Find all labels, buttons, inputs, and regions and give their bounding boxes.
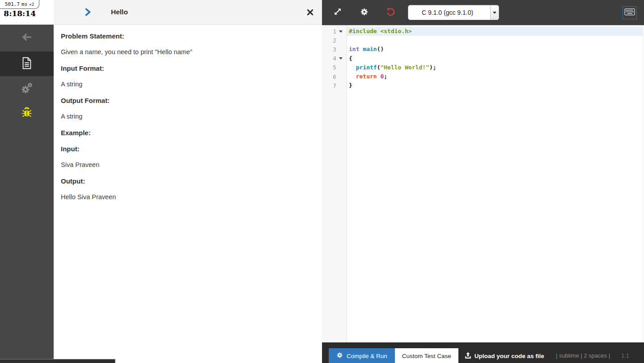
code-line[interactable]: { (347, 54, 644, 63)
problem-heading: Output Format: (61, 97, 315, 104)
sidebar-item-back[interactable] (0, 25, 54, 51)
editor-toolbar: C 9.1.0 (gcc 9.1.0) (322, 0, 644, 26)
document-icon (21, 57, 32, 71)
line-number[interactable]: 1 (322, 27, 347, 36)
select-dropdown-button (490, 5, 499, 20)
reset-code-button[interactable] (385, 7, 396, 18)
line-number[interactable]: 4 (322, 54, 347, 63)
problem-heading: Example: (61, 129, 315, 136)
fold-caret-icon[interactable] (339, 57, 343, 60)
latency-value: 501.7 (5, 1, 20, 7)
problem-heading: Output: (61, 178, 315, 184)
sidebar (0, 25, 54, 363)
code-line[interactable]: printf("Hello World!"); (347, 63, 644, 72)
problem-text: A string (61, 81, 315, 88)
problem-text: Siva Praveen (61, 162, 315, 168)
line-number-label: 2 (333, 37, 336, 44)
problem-text: Given a name, you need to print "Hello n… (61, 49, 315, 56)
expand-icon (333, 7, 343, 18)
back-arrow-icon (21, 31, 33, 45)
code-token: { (349, 55, 352, 62)
line-number[interactable]: 5 (322, 63, 347, 72)
cursor-position: 1:1 (621, 348, 629, 363)
code-token: () (377, 46, 384, 52)
history-undo-icon (386, 7, 395, 18)
code-line[interactable]: } (347, 81, 644, 90)
fold-caret-icon[interactable] (339, 30, 343, 33)
problem-body: Problem Statement:Given a name, you need… (54, 25, 322, 201)
sidebar-item-debug[interactable] (0, 101, 54, 125)
status-tooltip (0, 359, 115, 363)
compile-run-button[interactable]: Compile & Run (329, 348, 395, 363)
editor-settings-button[interactable] (358, 7, 370, 18)
virtual-keyboard-button[interactable] (624, 8, 635, 17)
compile-run-label: Compile & Run (347, 353, 387, 359)
fullscreen-button[interactable] (332, 7, 343, 18)
fold-slot (336, 30, 343, 33)
app-root: 501.7ms ×2 8:18:14 (0, 0, 644, 363)
problem-text: Hello Siva Praveen (61, 194, 315, 201)
collapse-chevron-icon[interactable] (84, 8, 91, 17)
clock: 8:18:14 (0, 9, 36, 18)
code-token: #include <stdio.h> (349, 28, 412, 34)
latency-badge: 501.7ms ×2 (0, 0, 39, 9)
problem-header: Hello (54, 0, 322, 25)
code-token: ; (384, 73, 387, 80)
sidebar-item-settings[interactable] (0, 76, 54, 101)
code-token: return (356, 73, 377, 80)
line-number[interactable]: 2 (322, 36, 347, 45)
problem-panel: Hello Problem Statement:Given a name, yo… (54, 0, 322, 363)
debug-bug-icon (21, 107, 33, 120)
upload-label: Upload your code as file (475, 353, 544, 359)
close-icon[interactable] (305, 7, 315, 17)
timer-widget: 501.7ms ×2 8:18:14 (0, 0, 54, 25)
language-select[interactable]: C 9.1.0 (gcc 9.1.0) (408, 5, 499, 20)
line-number-label: 1 (333, 28, 336, 35)
latency-multiplier: ×2 (29, 2, 34, 7)
code-token: printf (356, 64, 377, 71)
latency-unit: ms (21, 1, 27, 7)
editor-code-area[interactable]: #include <stdio.h>int main(){ printf("He… (347, 26, 644, 342)
code-token: "Hello World!" (380, 64, 429, 71)
problem-title: Hello (111, 8, 128, 16)
custom-test-case-label: Custom Test Case (402, 353, 451, 359)
code-token (349, 64, 356, 71)
problem-heading: Input Format: (61, 65, 315, 72)
line-number-label: 5 (333, 64, 336, 71)
code-line[interactable]: int main() (347, 45, 644, 54)
code-line[interactable] (347, 36, 644, 45)
custom-test-case-button[interactable]: Custom Test Case (395, 348, 458, 363)
problem-text: A string (61, 113, 315, 120)
upload-icon (465, 352, 471, 360)
line-number[interactable]: 6 (322, 72, 347, 81)
editor-mode-info: | sublime | 2 spaces | (556, 348, 610, 363)
problem-heading: Problem Statement: (61, 33, 315, 39)
fold-slot (336, 57, 343, 60)
chevron-down-icon (493, 12, 496, 14)
line-number-label: 7 (333, 82, 336, 89)
editor-footer: Compile & Run Custom Test Case Upload yo… (322, 342, 644, 363)
sidebar-item-problem[interactable] (0, 51, 54, 76)
code-token: int (349, 46, 359, 52)
problem-heading: Input: (61, 145, 315, 152)
line-number-label: 4 (333, 55, 336, 62)
code-token: main (363, 46, 377, 52)
line-number-label: 3 (333, 46, 336, 53)
code-line[interactable]: #include <stdio.h> (347, 27, 644, 36)
settings-gears-icon (20, 81, 34, 97)
editor-pane: C 9.1.0 (gcc 9.1.0) (322, 0, 644, 342)
language-select-value: C 9.1.0 (gcc 9.1.0) (422, 9, 473, 16)
code-token: } (349, 82, 352, 89)
editor-gutter: 1234567 (322, 26, 347, 342)
line-number-label: 6 (333, 73, 336, 80)
code-token: ); (429, 64, 436, 71)
code-token (349, 73, 356, 80)
upload-code-button[interactable]: Upload your code as file (465, 348, 544, 363)
keyboard-icon (624, 8, 635, 17)
line-number[interactable]: 7 (322, 81, 347, 90)
line-number[interactable]: 3 (322, 45, 347, 54)
gear-icon (360, 7, 369, 18)
code-editor: 1234567 #include <stdio.h>int main(){ pr… (322, 26, 644, 342)
code-line[interactable]: return 0; (347, 72, 644, 81)
gear-icon (336, 352, 343, 360)
